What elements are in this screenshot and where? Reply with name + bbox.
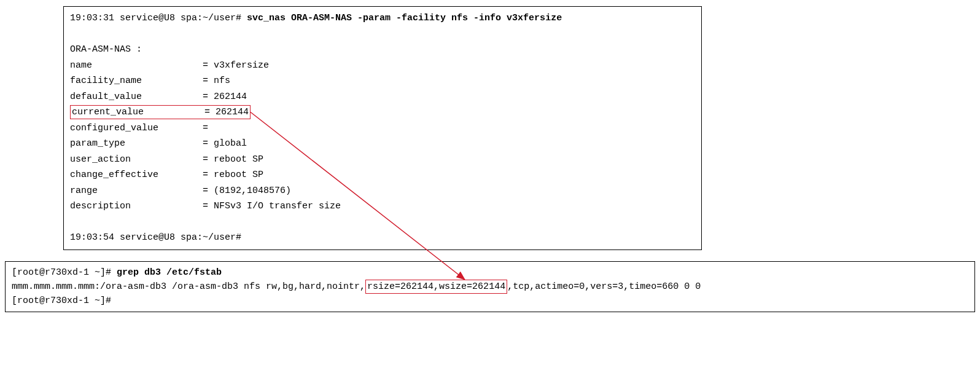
command-bottom: grep db3 /etc/fstab: [117, 267, 222, 278]
row-facility-name: facility_name = nfs: [70, 73, 695, 89]
terminal-bottom-block: [root@r730xd-1 ~]# grep db3 /etc/fstab m…: [5, 261, 975, 313]
prompt-end-bottom: [root@r730xd-1 ~]#: [12, 294, 968, 308]
prompt-end-top: 19:03:54 service@U8 spa:~/user#: [70, 230, 695, 246]
row-current-value: current_value = 262144: [70, 104, 695, 120]
row-param-type: param_type = global: [70, 136, 695, 152]
highlight-rsize-wsize: rsize=262144,wsize=262144: [365, 280, 507, 294]
prompt-prefix-bottom: [root@r730xd-1 ~]#: [12, 267, 117, 278]
prompt-line-1: 19:03:31 service@U8 spa:~/user# svc_nas …: [70, 10, 695, 26]
terminal-top-block: 19:03:31 service@U8 spa:~/user# svc_nas …: [63, 6, 702, 250]
prompt-prefix: 19:03:31 service@U8 spa:~/user#: [70, 13, 247, 23]
section-header: ORA-ASM-NAS :: [70, 42, 695, 58]
fstab-pre: mmm.mmm.mmm.mmm:/ora-asm-db3 /ora-asm-db…: [12, 281, 365, 292]
row-default-value: default_value = 262144: [70, 89, 695, 105]
row-range: range = (8192,1048576): [70, 183, 695, 199]
row-configured-value: configured_value =: [70, 120, 695, 136]
fstab-output-line: mmm.mmm.mmm.mmm:/ora-asm-db3 /ora-asm-db…: [12, 280, 968, 294]
prompt-line-2: [root@r730xd-1 ~]# grep db3 /etc/fstab: [12, 265, 968, 280]
fstab-post: ,tcp,actimeo=0,vers=3,timeo=660 0 0: [507, 281, 701, 292]
command-top: svc_nas ORA-ASM-NAS -param -facility nfs…: [247, 13, 562, 23]
row-name: name = v3xfersize: [70, 58, 695, 74]
blank-line: [70, 26, 695, 42]
row-user-action: user_action = reboot SP: [70, 152, 695, 168]
row-change-effective: change_effective = reboot SP: [70, 167, 695, 183]
row-description: description = NFSv3 I/O transfer size: [70, 198, 695, 214]
highlight-current-value: current_value = 262144: [70, 105, 251, 119]
blank-line: [70, 214, 695, 230]
